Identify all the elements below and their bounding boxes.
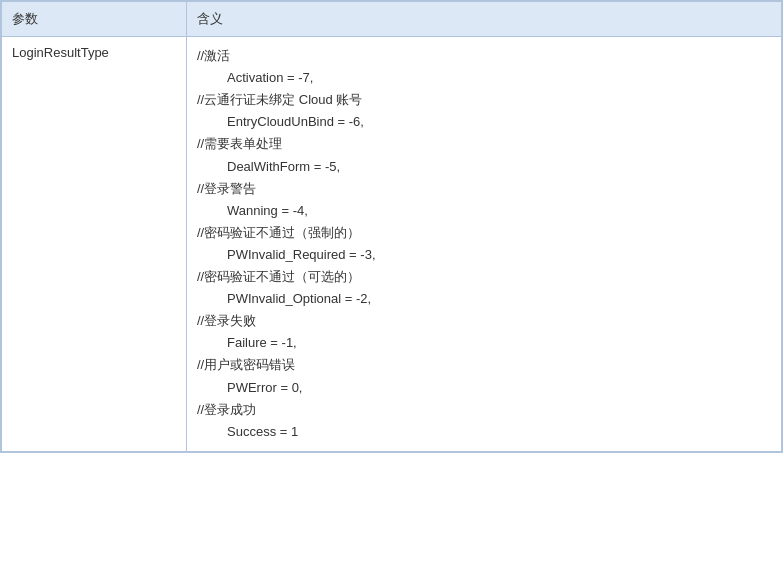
api-table: 参数 含义 LoginResultType//激活Activation = -7… [0, 0, 783, 453]
param-cell: LoginResultType [2, 37, 187, 452]
header-param: 参数 [2, 2, 187, 37]
header-meaning: 含义 [187, 2, 782, 37]
meaning-cell: //激活Activation = -7,//云通行证未绑定 Cloud 账号En… [187, 37, 782, 452]
